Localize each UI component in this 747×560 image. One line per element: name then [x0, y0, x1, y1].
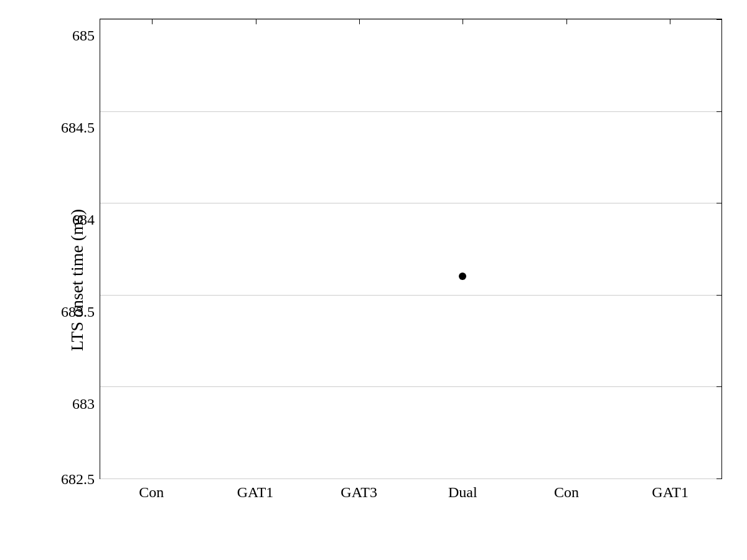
grid-line-683	[100, 386, 721, 387]
x-tick-gat3: GAT3	[341, 484, 377, 501]
x-tick-con1: Con	[139, 484, 164, 501]
data-point-dual	[459, 273, 466, 280]
tick-right-683_5	[716, 295, 721, 296]
tick-top-dual	[463, 19, 463, 24]
tick-top-con2	[566, 19, 567, 24]
x-ticks-container: Con GAT1 GAT3 Dual Con GAT1	[100, 470, 722, 501]
y-tick-684_5: 684.5	[61, 119, 95, 136]
tick-top-gat1b	[670, 19, 670, 24]
tick-right-684_5	[716, 111, 721, 112]
y-tick-684: 684	[72, 212, 95, 228]
chart-area	[100, 19, 722, 479]
y-tick-683_5: 683.5	[61, 304, 95, 320]
x-tick-con2: Con	[554, 484, 579, 501]
y-tick-685b: 685	[72, 27, 95, 44]
tick-right-683	[716, 386, 721, 387]
tick-top-gat1	[256, 19, 256, 24]
y-ticks-container: 685 684.5 684 683.5 683 682.5	[62, 19, 100, 479]
grid-line-684_5	[100, 111, 721, 112]
chart-container: LTS onset time (ms) 685 684.5 684 683.5 …	[0, 0, 747, 560]
x-tick-gat1: GAT1	[237, 484, 274, 501]
x-tick-gat1b: GAT1	[652, 484, 688, 501]
grid-line-683_5	[100, 295, 721, 296]
y-tick-682_5: 682.5	[61, 471, 95, 488]
tick-right-685	[716, 19, 721, 20]
tick-top-con1	[152, 19, 153, 24]
tick-top-gat3	[359, 19, 360, 24]
x-tick-dual: Dual	[448, 484, 477, 501]
y-tick-683: 683	[72, 396, 95, 413]
tick-right-684	[716, 203, 721, 203]
grid-line-685	[100, 19, 721, 20]
grid-line-684	[100, 203, 721, 203]
